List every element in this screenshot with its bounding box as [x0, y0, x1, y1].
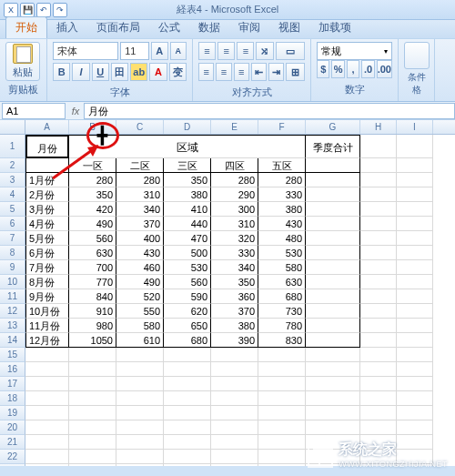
col-header-A[interactable]: A [25, 120, 69, 134]
cell[interactable]: 8月份 [25, 275, 69, 289]
cell[interactable] [397, 246, 433, 260]
cell[interactable] [306, 173, 360, 187]
cell[interactable] [116, 348, 164, 362]
cell-region-merged[interactable]: 区域 [69, 135, 306, 158]
cell[interactable] [116, 420, 164, 435]
currency-button[interactable]: $ [317, 60, 329, 78]
worksheet[interactable]: ABCDEFGHI1月份区域季度合计2一区二区三区四区五区31月份2802803… [0, 120, 455, 466]
cell[interactable] [306, 187, 360, 202]
cell[interactable]: 12月份 [25, 333, 69, 348]
cell[interactable] [211, 464, 258, 466]
cell[interactable] [306, 362, 360, 377]
cell[interactable] [360, 275, 397, 289]
row-header-13[interactable]: 13 [0, 319, 25, 333]
cell[interactable] [397, 304, 433, 319]
row-header-1[interactable]: 1 [0, 135, 25, 158]
select-all-corner[interactable] [0, 120, 25, 134]
cell[interactable] [164, 464, 211, 466]
cell[interactable]: 420 [69, 202, 116, 217]
cell[interactable] [164, 450, 211, 464]
align-left-button[interactable]: ≡ [198, 63, 214, 81]
cell[interactable] [360, 187, 397, 202]
cell[interactable]: 280 [116, 173, 164, 187]
cell[interactable]: 680 [164, 333, 211, 348]
cell[interactable] [258, 435, 306, 450]
phonetic-button[interactable]: 变 [169, 63, 187, 81]
cell[interactable]: 4月份 [25, 217, 69, 231]
cell[interactable]: 610 [116, 333, 164, 348]
merge-button[interactable]: ⊞ [286, 63, 305, 81]
cell[interactable]: 一区 [69, 158, 116, 173]
row-header-3[interactable]: 3 [0, 173, 25, 187]
cell[interactable]: 680 [258, 289, 306, 304]
wrap-text-button[interactable]: ▭ [276, 42, 305, 60]
tab-页面布局[interactable]: 页面布局 [87, 17, 149, 38]
cell[interactable] [211, 362, 258, 377]
cell[interactable] [397, 406, 433, 420]
cell[interactable] [258, 450, 306, 464]
row-header-11[interactable]: 11 [0, 289, 25, 304]
cell[interactable] [25, 450, 69, 464]
cell[interactable] [211, 348, 258, 362]
cell[interactable] [164, 420, 211, 435]
cell[interactable] [25, 362, 69, 377]
percent-button[interactable]: % [331, 60, 344, 78]
cell[interactable] [211, 406, 258, 420]
tab-公式[interactable]: 公式 [149, 17, 189, 38]
cell[interactable]: 二区 [116, 158, 164, 173]
cell[interactable] [397, 135, 433, 158]
cell[interactable]: 290 [211, 187, 258, 202]
cell[interactable] [25, 391, 69, 406]
cell[interactable]: 500 [164, 246, 211, 260]
cell[interactable] [306, 348, 360, 362]
cell[interactable]: 1050 [69, 333, 116, 348]
cell[interactable]: 7月份 [25, 260, 69, 275]
border-button[interactable]: 田 [111, 63, 128, 81]
cell[interactable] [69, 391, 116, 406]
orientation-button[interactable]: ⤭ [256, 42, 273, 60]
row-header-17[interactable]: 17 [0, 377, 25, 391]
cell[interactable] [69, 450, 116, 464]
row-header-18[interactable]: 18 [0, 391, 25, 406]
row-header-5[interactable]: 5 [0, 202, 25, 217]
cell[interactable]: 四区 [211, 158, 258, 173]
cell[interactable] [306, 319, 360, 333]
cell[interactable]: 560 [69, 231, 116, 246]
cell-season-total[interactable]: 季度合计 [306, 135, 360, 158]
number-format-select[interactable]: 常规▾ [317, 42, 392, 60]
row-header-21[interactable]: 21 [0, 435, 25, 450]
cell[interactable] [360, 246, 397, 260]
cell[interactable]: 840 [69, 289, 116, 304]
paste-button[interactable]: 粘贴 [5, 42, 40, 81]
tab-视图[interactable]: 视图 [269, 17, 309, 38]
tab-加载项[interactable]: 加载项 [309, 17, 360, 38]
cell[interactable]: 380 [258, 202, 306, 217]
formula-input[interactable]: 月份 [84, 103, 455, 119]
cell[interactable] [360, 420, 397, 435]
row-header-6[interactable]: 6 [0, 217, 25, 231]
row-header-23[interactable]: 23 [0, 464, 25, 466]
cell[interactable] [25, 435, 69, 450]
cell[interactable] [258, 348, 306, 362]
cell[interactable] [306, 304, 360, 319]
cell[interactable]: 五区 [258, 158, 306, 173]
align-center-button[interactable]: ≡ [216, 63, 231, 81]
col-header-C[interactable]: C [116, 120, 164, 134]
cell[interactable] [397, 187, 433, 202]
cell[interactable] [306, 406, 360, 420]
cell[interactable] [258, 377, 306, 391]
cell[interactable]: 440 [164, 217, 211, 231]
cell[interactable] [306, 377, 360, 391]
cell[interactable] [258, 420, 306, 435]
align-bottom-button[interactable]: ≡ [237, 42, 254, 60]
cell[interactable] [211, 377, 258, 391]
col-header-H[interactable]: H [360, 120, 397, 134]
cell[interactable]: 5月份 [25, 231, 69, 246]
cell[interactable] [258, 464, 306, 466]
cell[interactable] [360, 289, 397, 304]
cell[interactable]: 400 [116, 231, 164, 246]
cell[interactable] [306, 275, 360, 289]
cell[interactable] [25, 348, 69, 362]
cell[interactable]: 340 [211, 260, 258, 275]
cell[interactable] [116, 406, 164, 420]
